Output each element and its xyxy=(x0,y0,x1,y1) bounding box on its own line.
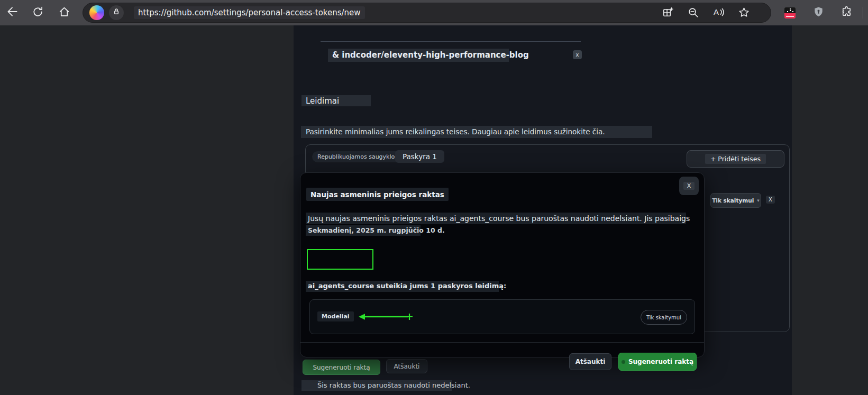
annotation-green-arrow xyxy=(357,312,416,324)
tab-repositories[interactable]: Republikuojamos saugyklos 0 xyxy=(312,151,409,162)
new-token-modal: Naujas asmeninis prieigos raktas X Jūsų … xyxy=(300,172,705,357)
permission-name: Modeliai xyxy=(317,311,354,321)
remove-repo-button[interactable]: x xyxy=(573,50,582,59)
tab-account[interactable]: Paskyra 1 xyxy=(395,150,444,163)
read-aloud-icon: A xyxy=(712,6,725,21)
page-generate-token-button[interactable]: Sugeneruoti raktą xyxy=(303,360,380,375)
home-icon xyxy=(58,5,71,21)
split-screen-icon xyxy=(662,6,674,21)
modal-cancel-label: Atšaukti xyxy=(575,358,606,365)
url-text[interactable]: https://github.com/settings/personal-acc… xyxy=(134,6,365,19)
key-icon xyxy=(622,360,625,364)
modal-close-button[interactable]: X xyxy=(679,177,699,195)
zoom-out-icon xyxy=(687,6,699,21)
home-button[interactable] xyxy=(56,5,72,20)
toolbar-divider xyxy=(863,7,863,19)
annotation-green-rect xyxy=(307,249,373,270)
ready-note: Šis raktas bus paruoštas naudoti nedelsi… xyxy=(317,381,470,389)
modal-generate-label: Sugeneruoti raktą xyxy=(628,358,693,365)
modal-cancel-button[interactable]: Atšaukti xyxy=(569,353,611,370)
browser-toolbar: https://github.com/settings/personal-acc… xyxy=(0,0,868,25)
red-extension-icon xyxy=(784,7,796,19)
extensions-button[interactable] xyxy=(840,6,853,19)
back-button[interactable] xyxy=(4,5,20,20)
selected-repo-item: & indcoder/eleventy-high-performance-blo… xyxy=(332,50,529,60)
split-screen-button[interactable] xyxy=(661,7,674,20)
extension-button-red[interactable] xyxy=(783,6,796,19)
modal-generate-button[interactable]: Sugeneruoti raktą xyxy=(618,353,697,371)
page-cancel-button[interactable]: Atšaukti xyxy=(386,359,427,373)
chevron-down-icon: ▾ xyxy=(757,198,760,203)
permission-level-dropdown[interactable]: Tik skaitymui ▾ xyxy=(710,193,761,208)
permissions-title: Leidimai xyxy=(306,96,339,106)
add-permissions-label: + Pridėti teises xyxy=(705,154,766,164)
puzzle-icon xyxy=(840,6,853,20)
star-icon xyxy=(738,6,750,21)
browser-window: https://github.com/settings/personal-acc… xyxy=(0,0,868,395)
add-permissions-button[interactable]: + Pridėti teises xyxy=(687,150,784,168)
section-divider xyxy=(321,41,581,42)
back-arrow-icon xyxy=(5,5,19,21)
permissions-description: Pasirinkite minimalias jums reikalingas … xyxy=(306,127,605,136)
modal-title: Naujas asmeninis prieigos raktas xyxy=(310,190,444,199)
zoom-out-button[interactable] xyxy=(687,7,699,20)
permission-level-pill[interactable]: Tik skaitymui xyxy=(641,310,687,325)
page-generate-token-label: Sugeneruoti raktą xyxy=(313,364,370,371)
github-page: & indcoder/eleventy-high-performance-blo… xyxy=(0,25,868,395)
shield-keyhole-icon xyxy=(812,6,825,20)
permission-box: Modeliai Tik skaitymui xyxy=(309,299,695,334)
close-x-label: X xyxy=(683,182,695,190)
reload-button[interactable] xyxy=(30,5,45,20)
modal-footer-divider xyxy=(300,342,704,343)
remove-permission-button[interactable]: X xyxy=(766,196,775,204)
copilot-icon[interactable] xyxy=(89,5,104,20)
reload-icon xyxy=(31,5,44,21)
page-cancel-label: Atšaukti xyxy=(394,363,420,370)
permission-level-pill-label: Tik skaitymui xyxy=(646,315,681,320)
permission-level-value: Tik skaitymui xyxy=(712,197,754,204)
modal-intro-line: Jūsų naujas asmeninis prieigos raktas ai… xyxy=(308,214,690,223)
privacy-shield-button[interactable] xyxy=(812,6,825,19)
address-bar[interactable]: https://github.com/settings/personal-acc… xyxy=(83,3,771,23)
favorites-button[interactable] xyxy=(737,7,750,20)
modal-expiry-line: Sekmadienį, 2025 m. rugpjūčio 10 d. xyxy=(308,226,445,234)
modal-grant-line: ai_agents_course suteikia jums 1 paskyro… xyxy=(308,282,506,290)
site-security-button[interactable] xyxy=(109,5,124,20)
lock-icon xyxy=(111,6,122,19)
read-aloud-button[interactable]: A xyxy=(712,7,725,20)
svg-text:A: A xyxy=(714,7,719,16)
